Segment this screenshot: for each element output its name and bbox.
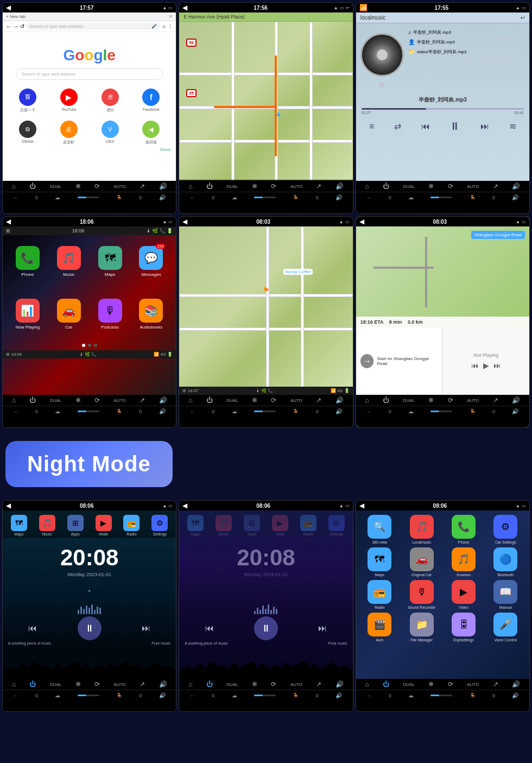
ac-btn[interactable]: ❄ — [252, 182, 257, 190]
seat-icon[interactable]: 🪑 — [293, 693, 299, 698]
dual-btn[interactable]: DUAL — [50, 398, 61, 403]
back-arrow[interactable]: ← — [14, 409, 18, 414]
nav-btn[interactable]: ↗ — [493, 396, 498, 404]
menu-icon[interactable]: ⋮ — [168, 24, 173, 29]
home-btn[interactable]: ⌂ — [12, 396, 16, 404]
ac-btn[interactable]: ❄ — [428, 680, 434, 688]
home-btn[interactable]: ⌂ — [188, 680, 192, 688]
nav-back[interactable]: ← — [6, 23, 11, 29]
carplay-app-maps[interactable]: 🗺 Maps — [92, 246, 129, 277]
map-bg[interactable]: ⚑ Sunny Coffee — [179, 226, 352, 395]
nav-start-action[interactable]: → Start on Shangliao Gongye Road — [356, 327, 443, 395]
dot-1[interactable] — [82, 344, 85, 347]
song-item-3[interactable]: 📁 video/半壶纱_刘珂矣.mp3 — [408, 47, 525, 57]
dual-btn[interactable]: DUAL — [226, 398, 238, 403]
shortcut-baidu[interactable]: 百 百度一下 — [14, 89, 41, 113]
fan-icon[interactable]: ☁ — [408, 408, 414, 414]
vol-icon2[interactable]: 🔊 — [335, 408, 342, 414]
ac-btn[interactable]: ❄ — [428, 396, 434, 404]
dual-btn[interactable]: DUAL — [403, 184, 415, 189]
app-phone[interactable]: 📞 Phone — [444, 515, 483, 544]
vol-icon2[interactable]: 🔊 — [512, 692, 518, 698]
shortcut-github[interactable]: ⚙ GitHub — [14, 121, 41, 145]
fan-icon[interactable]: ☁ — [232, 408, 237, 414]
prev-btn[interactable]: ⏮ — [28, 623, 37, 633]
app-voicecontrol[interactable]: 🎤 Voice Control — [486, 613, 525, 642]
nav-btn[interactable]: ↗ — [140, 680, 145, 688]
back-icon[interactable]: ◀ — [182, 218, 187, 225]
home-btn[interactable]: ⌂ — [365, 396, 369, 404]
app-carsettings[interactable]: ⚙ Car Settings — [486, 515, 525, 544]
auto-btn[interactable]: AUTO — [467, 682, 479, 687]
fan-icon[interactable]: ☁ — [55, 194, 60, 200]
power-btn[interactable]: ⏻ — [29, 182, 36, 190]
temp-slider[interactable] — [78, 411, 99, 412]
temp-slider[interactable] — [430, 695, 452, 696]
temp-slider[interactable] — [254, 197, 276, 198]
next-btn[interactable]: ⏭ — [493, 361, 501, 370]
ac-btn[interactable]: ❄ — [252, 396, 257, 404]
song-item-1[interactable]: ♪ 半壶纱_刘珂矣.mp3 — [408, 28, 525, 37]
recycle-btn[interactable]: ⟳ — [448, 182, 453, 190]
dual-btn[interactable]: DUAL — [50, 184, 61, 189]
seat-icon[interactable]: 🪑 — [116, 693, 122, 698]
auto-btn[interactable]: AUTO — [114, 184, 126, 189]
show-more[interactable]: Show — [3, 147, 176, 152]
carplay-app-phone[interactable]: 📞 Phone — [9, 246, 46, 277]
app-bluetooth[interactable]: 🔵 Bluetooth — [486, 547, 525, 577]
prev-btn[interactable]: ⏮ — [471, 361, 479, 370]
vol-btn[interactable]: 🔊 — [335, 182, 344, 190]
back-icon[interactable]: ◀ — [6, 218, 11, 225]
vol-btn[interactable]: 🔊 — [512, 182, 520, 190]
recycle-btn[interactable]: ⟳ — [271, 396, 276, 404]
home-btn[interactable]: ⌂ — [188, 182, 192, 190]
dot-3[interactable] — [94, 344, 97, 347]
ac-btn[interactable]: ❄ — [75, 396, 81, 404]
seat-icon[interactable]: 🪑 — [470, 693, 476, 698]
back-arrow[interactable]: ← — [366, 693, 371, 698]
dual-btn[interactable]: DUAL — [50, 682, 61, 687]
back-icon[interactable]: ◀ — [182, 4, 187, 11]
back-btn[interactable]: ↩ — [521, 15, 525, 21]
vol-icon2[interactable]: 🔊 — [159, 408, 166, 414]
carplay-app-nowplaying[interactable]: 📊 Now Playing — [9, 299, 46, 330]
nav-btn[interactable]: ↗ — [140, 396, 145, 404]
home-btn[interactable]: ⌂ — [12, 182, 16, 190]
home-btn[interactable]: ⌂ — [188, 396, 192, 404]
nav-btn[interactable]: ↗ — [493, 182, 498, 190]
power-btn[interactable]: ⏻ — [29, 680, 36, 688]
back-arrow[interactable]: ← — [14, 693, 18, 698]
ac-btn[interactable]: ❄ — [252, 680, 257, 688]
map-display[interactable]: 56 35 ▲ 2:58 0:02 1m ✕ — [179, 22, 352, 181]
vol-btn[interactable]: 🔊 — [512, 396, 520, 404]
heart-icon[interactable]: ♡ — [379, 82, 385, 90]
dual-btn[interactable]: DUAL — [226, 682, 238, 687]
vol-icon2[interactable]: 🔊 — [335, 692, 342, 698]
back-icon[interactable]: ◀ — [6, 502, 11, 509]
back-arrow[interactable]: ← — [190, 693, 195, 698]
app-360view[interactable]: 🔍 360 view — [360, 515, 399, 544]
address-bar[interactable]: Search or type web address — [29, 24, 84, 29]
app-video[interactable]: ▶ Video — [444, 580, 483, 609]
dual-btn[interactable]: DUAL — [226, 184, 238, 189]
play-pause-btn2[interactable]: ⏸ — [254, 616, 278, 640]
prev-btn2[interactable]: ⏮ — [205, 623, 214, 633]
bookmark-icon[interactable]: ☆ — [162, 24, 166, 29]
back-icon[interactable]: ◀ — [182, 502, 187, 509]
recycle-btn[interactable]: ⟳ — [448, 680, 453, 688]
auto-btn[interactable]: AUTO — [467, 184, 479, 189]
power-btn[interactable]: ⏻ — [29, 396, 36, 404]
next-icon[interactable]: ⏭ — [480, 122, 489, 131]
vol-btn[interactable]: 🔊 — [159, 680, 167, 688]
vol-btn[interactable]: 🔊 — [335, 680, 344, 688]
nav-map-area[interactable]: Shangliao Gongye Road 18:16 ETA 8 min 3.… — [356, 226, 529, 327]
home-btn[interactable]: ⌂ — [12, 680, 16, 688]
ac-btn[interactable]: ❄ — [75, 680, 81, 688]
auto-btn[interactable]: AUTO — [290, 398, 302, 403]
back-icon[interactable]: ◀ — [359, 218, 364, 225]
dual-btn[interactable]: DUAL — [403, 398, 415, 403]
nav-btn[interactable]: ↗ — [316, 182, 321, 190]
shuffle-icon[interactable]: ⇄ — [394, 121, 401, 131]
temp-slider[interactable] — [254, 695, 276, 696]
app-manual[interactable]: 📖 Manual — [486, 580, 525, 609]
